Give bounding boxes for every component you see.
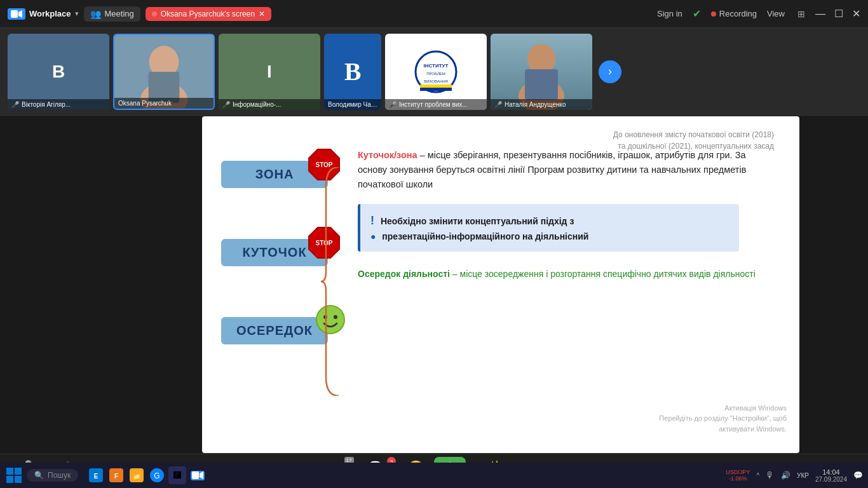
zoom-logo: Workplace ▾ [8,8,79,20]
svg-text:E: E [94,473,98,480]
grid-icon: ⊞ [797,9,805,19]
slide-left-column: ЗОНА STOP КУТОЧОК [221,161,328,344]
taskbar-app-zoom[interactable] [189,466,207,484]
svg-rect-24 [6,468,13,475]
slide-frame: До оновлення змісту початкової освіти (2… [202,116,799,453]
search-icon: 🔍 [34,471,44,480]
tray-arrow[interactable]: ^ [756,472,759,479]
oserodok-container: ОСЕРЕДОК [221,317,328,344]
screen-share-close[interactable]: ✕ [259,10,265,18]
notification-icon: 💬 [853,471,863,480]
svg-rect-10 [420,85,452,88]
currency-label: USD/JPY [726,469,750,475]
participant-name-1: Вікторія Агіляр... [22,101,71,108]
speaker-tray-icon: 🔊 [781,471,790,480]
mic-off-icon-6: 🎤 [494,101,502,108]
participant-name-overlay-5: 🎤 Інститут проблем вих... [385,99,487,110]
mic-tray-icon: 🎙 [766,470,775,480]
participant-photo-6 [491,34,592,110]
taskbar-right: USD/JPY -1.06% ^ 🎙 🔊 УКР 14:04 27.09.202… [726,468,863,483]
main-content: В 🎤 Вікторія Агіляр... Oksana Pysarchuk [0,28,868,454]
svg-rect-0 [11,10,18,18]
svg-text:F: F [114,473,118,480]
win-activate-line2: Перейдіть до розділу "Настройки", щоб [659,413,787,424]
participant-name-overlay-3: 🎤 Інформаційно-... [219,99,320,110]
svg-text:📁: 📁 [133,472,141,480]
svg-rect-25 [15,468,22,475]
participant-card-3[interactable]: І 🎤 Інформаційно-... [219,34,320,110]
kutochok-label: КУТОЧОК [242,245,306,259]
windows-start-button[interactable] [5,466,23,484]
screen-share-dot [152,11,157,17]
exclamation-icon: ! [370,214,374,227]
participant-name-4: Володимир Чайка [328,101,377,108]
top-bar-left: Workplace ▾ 👥 Meeting Oksana Pysarchuk's… [8,6,271,22]
participant-name-overlay-4: Володимир Чайка [324,99,381,110]
window-controls: — ☐ ✕ [815,8,860,20]
participant-name-overlay-1: 🎤 Вікторія Агіляр... [8,99,109,110]
mic-off-icon-1: 🎤 [11,101,19,108]
participants-nav-arrow[interactable]: › [599,60,621,83]
screen-share-badge: Oksana Pysarchuk's screen ✕ [146,7,271,21]
sign-in-button[interactable]: Sign in [657,9,682,18]
participants-strip: В 🎤 Вікторія Агіляр... Oksana Pysarchuk [0,28,868,116]
oserodok-def-text: Осередок діяльності – місце зосередження… [358,267,787,281]
maximize-button[interactable]: ☐ [834,8,843,20]
participant-card-2[interactable]: Oksana Pysarchuk [113,34,215,110]
participant-b-logo: B [344,57,362,86]
taskbar-app-2[interactable]: F [107,466,125,484]
taskbar-app-4[interactable]: G [148,466,166,484]
svg-text:ПРОБЛЕМ: ПРОБЛЕМ [426,72,445,76]
search-placeholder: Пошук [48,471,71,480]
taskbar-app-1[interactable]: E [87,466,105,484]
kutochok-container: КУТОЧОК STOP [221,239,328,266]
recording-label: Recording [719,9,757,18]
oserodok-box: ОСЕРЕДОК [221,317,328,344]
notice-text-2: ● презентаційно-інформаційного на діяльн… [370,229,729,243]
oserodok-def-block: Осередок діяльності – місце зосередження… [358,267,787,281]
close-button[interactable]: ✕ [852,8,860,20]
minimize-button[interactable]: — [815,8,825,20]
svg-marker-1 [18,10,22,18]
currency-change: -1.06% [729,475,747,482]
svg-marker-37 [200,471,203,479]
currency-widget: USD/JPY -1.06% [726,469,750,482]
taskbar-app-3[interactable]: 📁 [128,466,146,484]
zoom-icon [8,8,25,20]
svg-rect-11 [420,88,452,91]
svg-text:ІНСТИТУТ: ІНСТИТУТ [424,63,449,69]
notice-line2: презентаційно-інформаційного на діяльніс… [382,231,588,241]
svg-rect-27 [15,476,22,483]
participant-card-5[interactable]: ІНСТИТУТ ПРОБЛЕМ ВИХОВАННЯ 🎤 Інститут пр… [385,34,487,110]
meeting-label: Meeting [105,9,134,18]
svg-text:ВИХОВАННЯ: ВИХОВАННЯ [424,79,448,83]
participant-name-2: Oksana Pysarchuk [118,100,172,107]
meeting-icon: 👥 [90,9,101,19]
win-activate-line1: Активація Windows [659,403,787,414]
bullet-icon: ● [370,231,376,241]
participant-name-5: Інститут проблем вих... [399,101,468,108]
win-activate: Активація Windows Перейдіть до розділу "… [659,403,787,435]
screen-share-label: Oksana Pysarchuk's screen [161,10,255,18]
view-button[interactable]: View [767,9,785,18]
notice-line1: Необхідно змінити концептуальний підхід … [381,216,574,226]
zona-label: ЗОНА [255,167,294,181]
participant-card-6[interactable]: 🎤 Наталія Андрущенко [491,34,592,110]
participant-card-4[interactable]: B Володимир Чайка [324,34,381,110]
notice-text: ! Необхідно змінити концептуальний підхі… [370,212,729,230]
svg-rect-36 [192,471,199,479]
taskbar-left: 🔍 Пошук E F 📁 G 🅿 [5,466,207,484]
taskbar-app-5[interactable]: 🅿 [168,466,186,484]
top-bar-right: Sign in ✔ Recording View ⊞ — ☐ ✕ [657,8,860,20]
participant-name-overlay-2: Oksana Pysarchuk [114,98,214,109]
oserodok-bold: Осередок діяльності [358,269,450,279]
slide-container: До оновлення змісту початкової освіти (2… [133,116,868,454]
oserodok-rest: – місце зосередження і розгортання специ… [452,269,756,279]
participant-avatar-3: І [267,62,272,82]
svg-rect-16 [525,69,558,100]
participant-card-1[interactable]: В 🎤 Вікторія Агіляр... [8,34,109,110]
workplace-chevron: ▾ [75,10,79,18]
taskbar-search[interactable]: 🔍 Пошук [27,469,78,482]
meeting-button[interactable]: 👥 Meeting [84,6,140,22]
institute-logo-svg: ІНСТИТУТ ПРОБЛЕМ ВИХОВАННЯ [414,50,458,94]
